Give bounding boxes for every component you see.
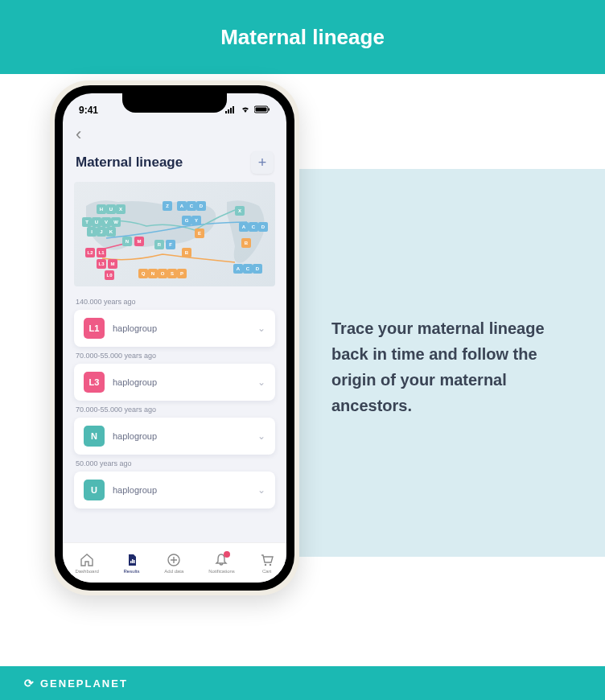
time-label: 140.000 years ago xyxy=(76,298,274,306)
tab-results[interactable]: Results xyxy=(124,553,140,574)
phone-notch xyxy=(122,93,227,113)
map-haplogroup-badge[interactable]: B xyxy=(241,238,251,248)
map-haplogroup-badge[interactable]: O xyxy=(158,269,167,278)
map-haplogroup-badge[interactable]: U xyxy=(106,204,116,214)
haplogroup-card[interactable]: Nhaplogroup⌄ xyxy=(74,418,275,455)
home-icon xyxy=(80,553,94,567)
map-haplogroup-badge[interactable]: G xyxy=(182,216,191,225)
map-haplogroup-badge[interactable]: I xyxy=(87,227,97,237)
map-haplogroup-badge[interactable]: W xyxy=(111,217,121,227)
header-band: Maternal lineage xyxy=(0,0,605,74)
plus-icon xyxy=(167,553,181,567)
map-haplogroup-badge[interactable]: D xyxy=(253,264,262,274)
map-haplogroup-badge[interactable]: L1 xyxy=(97,248,106,257)
haplogroup-badge: L1 xyxy=(84,318,105,339)
map-haplogroup-badge[interactable]: N xyxy=(148,269,158,278)
time-label: 70.000-55.000 years ago xyxy=(76,406,274,414)
map-haplogroup-badge[interactable]: K xyxy=(106,227,116,237)
map-haplogroup-badge[interactable]: M xyxy=(134,237,144,246)
phone-frame: 9:41 ‹ Maternal lineage + xyxy=(50,80,299,595)
map-haplogroup-badge[interactable]: Q xyxy=(138,269,148,278)
signal-icon xyxy=(225,105,237,116)
brand-logo: ⟳ GENEPLANET xyxy=(24,677,128,690)
map-haplogroup-badge[interactable]: F xyxy=(166,240,175,249)
haplogroup-badge: U xyxy=(84,480,105,500)
map-haplogroup-badge[interactable]: N xyxy=(122,237,132,246)
map-haplogroup-badge[interactable]: Z xyxy=(163,201,172,211)
haplogroup-label: haplogroup xyxy=(113,431,249,441)
tab-add-data[interactable]: Add data xyxy=(164,553,183,574)
notification-dot xyxy=(224,551,230,558)
svg-rect-1 xyxy=(228,109,229,113)
map-haplogroup-badge[interactable]: A xyxy=(177,201,187,211)
map-haplogroup-badge[interactable]: V xyxy=(101,217,111,227)
map-haplogroup-badge[interactable]: Y xyxy=(191,216,201,225)
map-haplogroup-badge[interactable]: C xyxy=(243,264,253,274)
world-map[interactable]: HUXTUVWIJKZACDNMGYERFL2L1L3ML0BQNOSPXACD… xyxy=(74,182,275,286)
map-haplogroup-badge[interactable]: C xyxy=(249,222,258,232)
map-haplogroup-badge[interactable]: B xyxy=(182,248,191,257)
map-haplogroup-badge[interactable]: A xyxy=(239,222,249,232)
bell-icon xyxy=(214,553,228,567)
svg-rect-9 xyxy=(134,560,135,563)
tab-notifications[interactable]: Notifications xyxy=(208,553,235,574)
phone-bezel: 9:41 ‹ Maternal lineage + xyxy=(55,85,294,591)
chevron-down-icon: ⌄ xyxy=(257,323,265,334)
map-haplogroup-badge[interactable]: D xyxy=(196,201,206,211)
status-time: 9:41 xyxy=(79,105,98,116)
haplogroup-card[interactable]: L1haplogroup⌄ xyxy=(74,310,275,347)
phone-screen: 9:41 ‹ Maternal lineage + xyxy=(63,93,286,583)
haplogroup-card[interactable]: L3haplogroup⌄ xyxy=(74,364,275,401)
map-haplogroup-badge[interactable]: C xyxy=(187,201,196,211)
content-area: Trace your maternal lineage back in time… xyxy=(0,74,605,666)
time-label: 70.000-55.000 years ago xyxy=(76,352,274,360)
footer-band: ⟳ GENEPLANET xyxy=(0,666,605,700)
time-label: 50.000 years ago xyxy=(76,459,274,467)
map-haplogroup-badge[interactable]: H xyxy=(97,204,106,214)
status-indicators xyxy=(225,105,270,116)
tab-label: Cart xyxy=(262,569,271,574)
chevron-down-icon: ⌄ xyxy=(257,484,265,496)
map-haplogroup-badge[interactable]: E xyxy=(195,229,204,238)
tab-label: Results xyxy=(124,569,140,574)
map-haplogroup-badge[interactable]: X xyxy=(235,206,245,216)
tab-label: Dashboard xyxy=(75,569,98,574)
map-haplogroup-badge[interactable]: X xyxy=(116,204,126,214)
marketing-copy: Trace your maternal lineage back in time… xyxy=(331,315,573,418)
chevron-down-icon: ⌄ xyxy=(257,430,265,442)
map-haplogroup-badge[interactable]: P xyxy=(177,269,187,278)
map-haplogroup-badge[interactable]: S xyxy=(167,269,177,278)
cart-icon xyxy=(260,553,274,567)
haplogroup-badge: N xyxy=(84,426,105,447)
tab-dashboard[interactable]: Dashboard xyxy=(75,553,98,574)
svg-point-11 xyxy=(264,563,265,565)
map-haplogroup-badge[interactable]: D xyxy=(258,222,268,232)
tab-cart[interactable]: Cart xyxy=(260,553,274,574)
svg-rect-7 xyxy=(130,561,132,563)
svg-rect-2 xyxy=(230,108,232,113)
header-title: Maternal lineage xyxy=(220,25,385,50)
battery-icon xyxy=(254,105,270,116)
haplogroup-badge: L3 xyxy=(84,372,105,393)
svg-rect-6 xyxy=(269,109,270,111)
haplogroup-card[interactable]: Uhaplogroup⌄ xyxy=(74,471,275,509)
chevron-down-icon: ⌄ xyxy=(257,377,265,388)
haplogroup-label: haplogroup xyxy=(113,485,249,495)
add-button[interactable]: + xyxy=(251,151,274,174)
map-haplogroup-badge[interactable]: L2 xyxy=(85,248,95,257)
svg-rect-3 xyxy=(233,106,234,113)
map-haplogroup-badge[interactable]: L0 xyxy=(105,270,114,280)
map-haplogroup-badge[interactable]: L3 xyxy=(97,259,106,269)
dna-icon: ⟳ xyxy=(24,677,35,690)
map-haplogroup-badge[interactable]: T xyxy=(82,217,92,227)
map-haplogroup-badge[interactable]: U xyxy=(92,217,101,227)
tab-label: Notifications xyxy=(208,569,235,574)
nav-row: ‹ xyxy=(63,119,286,145)
title-row: Maternal lineage + xyxy=(63,145,286,182)
haplogroup-list: 140.000 years agoL1haplogroup⌄70.000-55.… xyxy=(63,286,286,509)
map-haplogroup-badge[interactable]: M xyxy=(108,259,117,269)
map-haplogroup-badge[interactable]: A xyxy=(233,264,243,274)
map-haplogroup-badge[interactable]: J xyxy=(97,227,106,237)
map-haplogroup-badge[interactable]: R xyxy=(154,240,164,249)
back-button[interactable]: ‹ xyxy=(76,124,81,145)
